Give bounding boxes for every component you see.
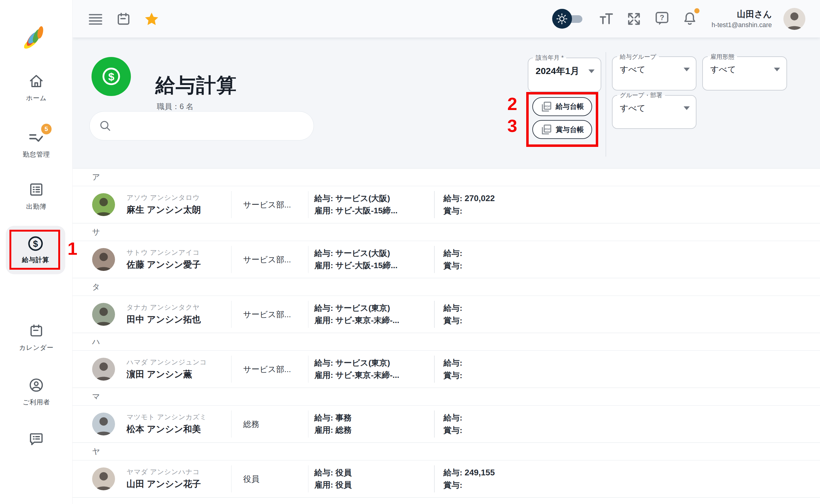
sidebar-item-chat[interactable] (0, 431, 73, 447)
employment-type-label: 雇用形態 (708, 54, 737, 60)
favorite-button[interactable] (143, 11, 160, 27)
employment-type-value: すべて (710, 64, 736, 75)
payroll-line-value: 総務 (336, 425, 352, 435)
group-cell: 給与: サービス(東京)雇用: サビ-東京-末締-... (308, 302, 434, 326)
bonus-ledger-button[interactable]: PDF 賞与台帳 (532, 120, 592, 139)
star-icon (144, 12, 159, 26)
sidebar: ホーム5勤怠管理出勤簿$給与計算カレンダーご利用者 1 (0, 0, 73, 504)
amount-cell: 給与: 249,155賞与: (435, 467, 820, 491)
employee-name: 濵田 アンシン薫 (126, 368, 207, 381)
employee-identity-cell: サトウ アンシンアイコ佐藤 アンシン愛子 (92, 248, 231, 271)
payroll-line-label: 給与: (444, 249, 462, 258)
employee-row[interactable]: マツモト アンシンカズミ松本 アンシン和美総務給与: 事務雇用: 総務給与: 賞… (73, 405, 820, 442)
main-area: ? 山田さん h-test1@anshin.care $ 給与計算 (73, 0, 820, 504)
sun-icon (552, 9, 572, 29)
amount-cell: 給与: 賞与: (435, 412, 820, 436)
notifications-button[interactable] (682, 10, 698, 27)
employee-name: 松本 アンシン和美 (126, 423, 207, 435)
group-cell: 給与: サービス(大阪)雇用: サビ-大阪-15締... (308, 193, 434, 217)
payroll-line-label: 給与: (444, 413, 462, 422)
topbar-right: ? 山田さん h-test1@anshin.care (552, 8, 820, 30)
group-department-select[interactable]: グループ・部署 すべて (612, 92, 697, 129)
payroll-line-label: 給与: (444, 194, 465, 203)
group-department-label: グループ・部署 (617, 92, 665, 98)
payroll-line-label: 給与: (444, 303, 462, 313)
year-month-select[interactable]: 該当年月 * 2024年1月 (528, 55, 601, 92)
payroll-line-value: 270,022 (465, 193, 495, 203)
employee-identity-cell: タナカ アンシンタクヤ田中 アンシン拓也 (92, 303, 231, 326)
payroll-line: 雇用: サビ-大阪-15締... (314, 205, 434, 217)
calendar-icon (116, 12, 131, 26)
text-size-button[interactable] (598, 12, 614, 26)
annotation-number-1: 1 (67, 240, 77, 257)
payroll-line: 雇用: サビ-大阪-15締... (314, 260, 434, 272)
user-avatar[interactable] (783, 8, 805, 30)
employee-name-block: マツモト アンシンカズミ松本 アンシン和美 (126, 413, 207, 435)
checklist-icon: 5 (28, 130, 44, 145)
payroll-line: 給与: 事務 (314, 412, 434, 424)
employee-avatar (92, 303, 115, 326)
payroll-line-label: 給与: (314, 468, 335, 477)
chevron-down-icon (588, 69, 594, 73)
user-block[interactable]: 山田さん h-test1@anshin.care (711, 9, 772, 29)
theme-toggle[interactable] (552, 9, 584, 29)
payroll-line-label: 雇用: (314, 261, 335, 270)
salary-group-select[interactable]: 給与グループ すべて (612, 54, 697, 91)
sidebar-item-kintai[interactable]: 5勤怠管理 (0, 130, 73, 159)
chevron-down-icon (774, 68, 780, 71)
topbar: ? 山田さん h-test1@anshin.care (73, 0, 820, 37)
section-index-row: サ (73, 223, 820, 241)
payroll-line: 雇用: サビ-東京-末締-... (314, 314, 434, 326)
payroll-line-label: 給与: (444, 358, 462, 367)
employee-row[interactable]: ヤマダ アンシンハナコ山田 アンシン花子役員給与: 役員雇用: 役員給与: 24… (73, 460, 820, 497)
employee-row[interactable]: タナカ アンシンタクヤ田中 アンシン拓也サービス部...給与: サービス(東京)… (73, 296, 820, 333)
sidebar-item-calendar[interactable]: カレンダー (0, 323, 73, 352)
annotation-number-3: 3 (499, 117, 517, 135)
help-button[interactable]: ? (654, 10, 670, 28)
page-title: 給与計算 (155, 72, 237, 99)
sidebar-item-attendance[interactable]: 出勤簿 (0, 182, 73, 211)
sidebar-item-payroll[interactable]: $給与計算 (6, 226, 65, 274)
payroll-line: 賞与: (444, 205, 820, 217)
badge: 5 (41, 124, 52, 134)
employment-type-select[interactable]: 雇用形態 すべて (702, 54, 787, 91)
payroll-line-label: 雇用: (314, 480, 335, 489)
dollar-circle-icon: $ (27, 236, 44, 251)
payroll-line-label: 雇用: (314, 371, 335, 380)
payroll-line: 給与: サービス(大阪) (314, 247, 434, 259)
payroll-line-value: サビ-大阪-15締... (336, 261, 398, 270)
sidebar-item-users[interactable]: ご利用者 (0, 377, 73, 406)
chevron-down-icon (684, 68, 690, 71)
group-cell: 給与: サービス(東京)雇用: サビ-東京-末締-... (308, 357, 434, 381)
group-cell: 給与: 事務雇用: 総務 (308, 412, 434, 436)
payroll-line-label: 賞与: (444, 371, 462, 380)
payroll-line-value: 役員 (336, 468, 352, 477)
employee-row[interactable]: ハマダ アンシンジュンコ濵田 アンシン薫サービス部...給与: サービス(東京)… (73, 350, 820, 388)
calendar-button[interactable] (115, 10, 132, 27)
sidebar-item-label: 給与計算 (22, 255, 49, 264)
app-logo-icon (24, 22, 47, 51)
payroll-line: 給与: (444, 357, 820, 369)
payroll-line: 給与: 249,155 (444, 467, 820, 479)
fullscreen-button[interactable] (626, 11, 642, 27)
menu-button[interactable] (87, 12, 103, 26)
svg-text:PDF: PDF (544, 127, 550, 131)
sidebar-item-label: 勤怠管理 (23, 150, 50, 159)
salary-ledger-button[interactable]: PDF 給与台帳 (532, 97, 592, 116)
employee-avatar (92, 467, 115, 490)
user-email: h-test1@anshin.care (711, 21, 772, 29)
bell-icon (683, 11, 697, 27)
employee-row[interactable]: アソウ アンシンタロウ麻生 アンシン太朗サービス部...給与: サービス(大阪)… (73, 186, 820, 223)
employee-row[interactable]: サトウ アンシンアイコ佐藤 アンシン愛子サービス部...給与: サービス(大阪)… (73, 241, 820, 278)
search-input[interactable] (116, 121, 304, 131)
payroll-line: 賞与: (444, 424, 820, 436)
text-size-icon (599, 12, 613, 25)
search-icon (99, 120, 111, 132)
bonus-ledger-label: 賞与台帳 (555, 125, 584, 134)
payroll-line-label: 給与: (444, 468, 465, 477)
sidebar-item-home[interactable]: ホーム (0, 73, 73, 102)
svg-text:$: $ (108, 70, 114, 83)
employee-name: 麻生 アンシン太朗 (126, 204, 201, 216)
fullscreen-icon (627, 12, 641, 26)
section-index-row: マ (73, 388, 820, 405)
